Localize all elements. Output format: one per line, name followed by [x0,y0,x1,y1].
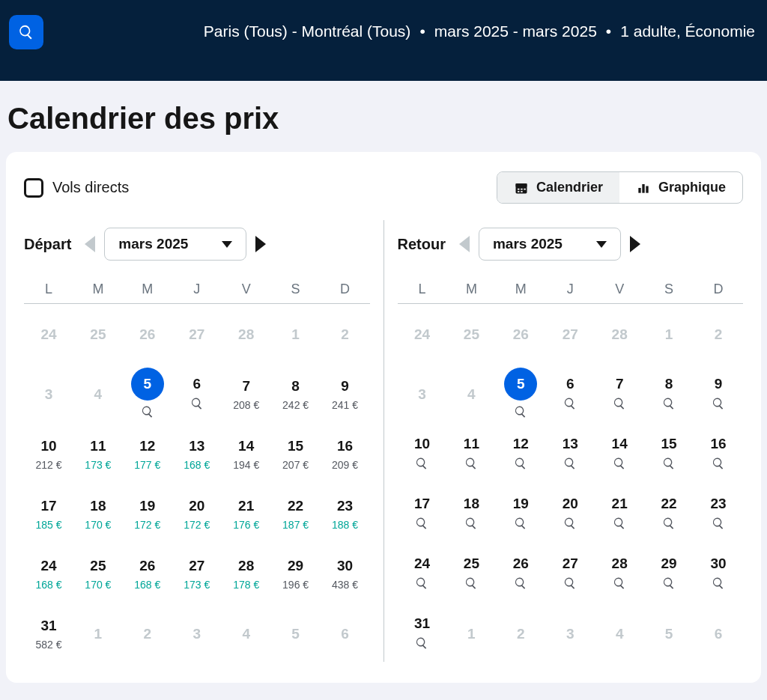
return-day-cell[interactable]: 16 [694,427,743,482]
price-calendar-card: Vols directs Calendrier Graphique Départ… [6,152,761,683]
depart-day-cell[interactable]: 26168 € [123,547,172,602]
weekday-label: M [73,281,123,297]
return-day-cell[interactable]: 8 [644,367,694,422]
return-month-select[interactable]: mars 2025 [479,228,621,261]
return-day-cell[interactable]: 28 [595,547,644,602]
return-day-cell[interactable]: 9 [694,367,743,422]
svg-rect-9 [646,186,648,192]
depart-day-cell[interactable]: 22187 € [271,487,321,542]
return-day-cell[interactable]: 24 [398,547,447,602]
return-day-cell[interactable]: 6 [545,367,595,422]
magnifier-icon [563,576,577,593]
depart-day-cell[interactable]: 20172 € [172,487,222,542]
return-day-cell[interactable]: 10 [398,427,447,482]
return-day-cell[interactable]: 21 [595,487,644,542]
return-day-cell[interactable]: 14 [595,427,644,482]
direct-flights-checkbox[interactable] [24,178,43,198]
depart-next-month[interactable] [255,236,266,252]
return-day-cell: 27 [545,307,595,362]
depart-day-cell[interactable]: 21176 € [222,487,271,542]
return-day-cell[interactable]: 7 [595,367,644,422]
depart-day-cell: 4 [73,367,123,422]
depart-day-cell[interactable]: 9241 € [321,367,370,422]
depart-day-cell[interactable]: 6 [172,367,222,422]
depart-month-select[interactable]: mars 2025 [104,228,246,261]
return-day-cell: 4 [595,606,644,662]
return-day-cell: 25 [446,307,496,362]
depart-day-cell[interactable]: 8242 € [271,367,321,422]
return-day-cell[interactable]: 27 [545,547,595,602]
view-calendar-button[interactable]: Calendrier [497,172,619,203]
day-number: 5 [665,626,673,642]
depart-day-cell: 24 [24,307,73,362]
depart-day-cell[interactable]: 27173 € [172,547,222,602]
day-price: 172 € [184,519,210,531]
return-day-cell[interactable]: 5 [496,367,545,422]
day-number: 4 [94,386,103,403]
day-number: 25 [90,326,106,343]
return-day-cell[interactable]: 17 [398,487,447,542]
depart-day-cell[interactable]: 30438 € [321,547,370,602]
view-toggle: Calendrier Graphique [497,171,743,204]
return-day-cell[interactable]: 19 [496,487,545,542]
separator-dot: • [419,22,425,40]
return-day-cell[interactable]: 13 [545,427,595,482]
depart-prev-month[interactable] [85,236,95,252]
search-summary[interactable]: Paris (Tous) - Montréal (Tous) • mars 20… [57,15,755,40]
return-day-cell[interactable]: 31 [398,606,447,662]
return-day-cell: 28 [595,307,644,362]
day-price: 173 € [85,459,111,471]
view-chart-button[interactable]: Graphique [619,172,742,203]
depart-day-cell[interactable]: 25170 € [73,547,123,602]
depart-day-cell[interactable]: 24168 € [24,547,73,602]
return-day-cell: 1 [644,307,694,362]
passengers-text: 1 adulte, Économie [620,22,755,40]
return-day-cell[interactable]: 20 [545,487,595,542]
return-day-cell[interactable]: 23 [694,487,743,542]
direct-flights-toggle[interactable]: Vols directs [24,178,129,198]
weekday-label: M [123,281,172,297]
return-day-cell[interactable]: 25 [446,547,496,602]
depart-day-cell[interactable]: 10212 € [24,427,73,482]
return-day-cell[interactable]: 15 [644,427,694,482]
depart-day-cell[interactable]: 11173 € [73,427,123,482]
day-number: 1 [291,326,300,343]
day-number: 16 [710,436,726,452]
day-number: 22 [288,498,303,514]
depart-day-cell[interactable]: 7208 € [222,367,271,422]
day-number: 25 [464,326,479,343]
return-day-cell[interactable]: 30 [694,547,743,602]
return-day-cell[interactable]: 12 [496,427,545,482]
depart-day-cell[interactable]: 31582 € [24,606,73,662]
magnifier-icon [662,397,676,413]
page-title: Calendrier des prix [0,81,767,152]
weekday-label: S [271,281,321,297]
return-day-cell[interactable]: 29 [644,547,694,602]
return-day-cell[interactable]: 11 [446,427,496,482]
depart-day-cell[interactable]: 13168 € [172,427,222,482]
return-day-cell[interactable]: 18 [446,487,496,542]
return-day-cell[interactable]: 26 [496,547,545,602]
depart-day-cell[interactable]: 18170 € [73,487,123,542]
depart-day-cell[interactable]: 23188 € [321,487,370,542]
depart-day-cell[interactable]: 12177 € [123,427,172,482]
day-number: 26 [513,326,529,343]
depart-day-cell[interactable]: 19172 € [123,487,172,542]
day-price: 438 € [332,579,358,591]
day-number: 26 [139,326,155,343]
return-weekdays: LMMJVSD [398,281,744,304]
day-number: 28 [238,558,254,574]
depart-day-cell[interactable]: 16209 € [321,427,370,482]
day-number: 27 [189,326,204,343]
depart-day-cell[interactable]: 14194 € [222,427,271,482]
depart-day-cell[interactable]: 28178 € [222,547,271,602]
depart-day-cell[interactable]: 29196 € [271,547,321,602]
day-number: 9 [341,378,349,395]
return-prev-month[interactable] [459,236,470,252]
return-next-month[interactable] [630,236,640,252]
depart-day-cell[interactable]: 17185 € [24,487,73,542]
depart-day-cell[interactable]: 5 [123,367,172,422]
depart-day-cell[interactable]: 15207 € [271,427,321,482]
return-day-cell[interactable]: 22 [644,487,694,542]
search-button[interactable] [9,15,43,49]
